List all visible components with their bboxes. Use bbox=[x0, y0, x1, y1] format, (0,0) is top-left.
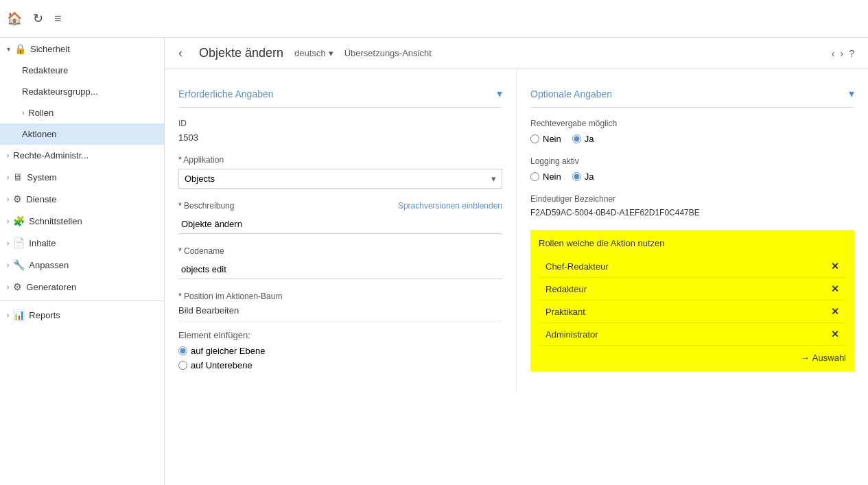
optional-section-header: Optionale Angaben ▾ bbox=[530, 80, 854, 108]
chevron-right-icon: › bbox=[7, 283, 9, 291]
logging-nein-radio[interactable] bbox=[530, 172, 539, 181]
back-arrow-icon[interactable]: ‹ bbox=[178, 46, 183, 60]
sidebar-item-dienste[interactable]: › ⚙ Dienste bbox=[0, 188, 164, 210]
chevron-right-icon: › bbox=[7, 239, 9, 247]
codename-input[interactable] bbox=[178, 260, 502, 279]
sidebar-item-sicherheit[interactable]: ▾ 🔒 Sicherheit bbox=[0, 38, 164, 60]
auswahl-button[interactable]: → Auswahl bbox=[801, 353, 846, 363]
required-section-chevron[interactable]: ▾ bbox=[497, 87, 502, 100]
sidebar-item-inhalte[interactable]: › 📄 Inhalte bbox=[0, 232, 164, 254]
rechtevergabe-ja-label: Ja bbox=[585, 134, 594, 144]
same-level-radio[interactable] bbox=[178, 346, 187, 355]
logging-label: Logging aktiv bbox=[530, 156, 854, 166]
sidebar-item-system[interactable]: › 🖥 System bbox=[0, 166, 164, 188]
chevron-right-icon: › bbox=[7, 196, 9, 203]
application-select[interactable]: Objects System Reports bbox=[179, 169, 502, 188]
rechtevergabe-label: Rechtevergabe möglich bbox=[530, 119, 854, 128]
language-dropdown-icon: ▾ bbox=[329, 48, 333, 58]
auswahl-label: Auswahl bbox=[812, 353, 846, 363]
sidebar-item-aktionen[interactable]: Aktionen bbox=[0, 123, 164, 145]
sidebar-item-redakteure[interactable]: Redakteure bbox=[0, 60, 164, 81]
sidebar-item-schnittstellen[interactable]: › 🧩 Schnittstellen bbox=[0, 210, 164, 232]
description-label: Beschreibung bbox=[178, 201, 234, 211]
remove-praktikant-button[interactable]: ✕ bbox=[831, 306, 839, 317]
sidebar-item-redakteursgrup[interactable]: Redakteursgrupp... bbox=[0, 81, 164, 102]
optional-section-chevron[interactable]: ▾ bbox=[849, 87, 854, 100]
sprachversionen-link[interactable]: Sprachversionen einblenden bbox=[398, 201, 502, 211]
schnittstellen-icon: 🧩 bbox=[13, 215, 25, 226]
chevron-right-icon: › bbox=[7, 152, 9, 159]
sidebar-item-label: Anpassen bbox=[29, 260, 69, 270]
refresh-icon[interactable]: ↻ bbox=[33, 11, 43, 26]
sidebar-item-generatoren[interactable]: › ⚙ Generatoren bbox=[0, 276, 164, 298]
rechtevergabe-ja-radio[interactable] bbox=[572, 134, 581, 143]
logging-ja-item[interactable]: Ja bbox=[572, 171, 594, 182]
translation-label: Übersetzungs-Ansicht bbox=[344, 48, 432, 58]
nav-arrows: ‹ › ? bbox=[832, 48, 854, 59]
role-item-chef-redakteur: Chef-Redakteur ✕ bbox=[539, 255, 846, 278]
rechtevergabe-nein-item[interactable]: Nein bbox=[530, 134, 561, 144]
sub-level-radio-item[interactable]: auf Unterebene bbox=[178, 360, 253, 370]
rechtevergabe-nein-radio[interactable] bbox=[530, 134, 539, 143]
remove-redakteur-button[interactable]: ✕ bbox=[831, 283, 839, 294]
reports-icon: 📊 bbox=[13, 309, 25, 320]
application-select-wrapper: Objects System Reports ▾ bbox=[178, 169, 502, 189]
role-name: Praktikant bbox=[546, 307, 585, 317]
sidebar-item-label: Redakteursgrupp... bbox=[22, 86, 98, 97]
topbar: 🏠 ↻ ≡ bbox=[0, 0, 868, 38]
role-name: Chef-Redakteur bbox=[546, 261, 609, 272]
anpassen-icon: 🔧 bbox=[13, 259, 25, 270]
sidebar-item-label: Rollen bbox=[28, 108, 54, 118]
rechtevergabe-ja-item[interactable]: Ja bbox=[572, 134, 594, 144]
chevron-down-icon: ▾ bbox=[7, 45, 10, 53]
sidebar-item-label: Dienste bbox=[26, 194, 56, 204]
remove-administrator-button[interactable]: ✕ bbox=[831, 329, 839, 340]
nav-next-button[interactable]: › bbox=[841, 48, 844, 59]
sidebar-item-label: Schnittstellen bbox=[29, 216, 82, 226]
same-level-label: auf gleicher Ebene bbox=[191, 346, 265, 356]
sidebar-item-label: Aktionen bbox=[22, 129, 57, 139]
logging-nein-item[interactable]: Nein bbox=[530, 171, 561, 182]
sidebar-item-label: Reports bbox=[29, 310, 60, 320]
same-level-radio-group: auf gleicher Ebene bbox=[178, 346, 502, 356]
inhalte-icon: 📄 bbox=[13, 237, 25, 248]
sidebar-item-rollen[interactable]: › Rollen bbox=[0, 102, 164, 123]
home-icon[interactable]: 🏠 bbox=[7, 11, 22, 26]
sidebar-item-rechte-admin[interactable]: › Rechte-Administr... bbox=[0, 145, 164, 166]
id-field-group: ID 1503 bbox=[178, 119, 502, 143]
page-title: Objekte ändern bbox=[199, 46, 283, 60]
codename-field-group: Codename bbox=[178, 246, 502, 279]
system-icon: 🖥 bbox=[13, 171, 23, 182]
chevron-right-icon: › bbox=[7, 311, 9, 319]
role-item-redakteur: Redakteur ✕ bbox=[539, 278, 846, 300]
sidebar-item-label: Rechte-Administr... bbox=[13, 150, 89, 161]
identifier-label: Eindeutiger Bezeichner bbox=[530, 194, 854, 204]
chevron-right-icon: › bbox=[7, 174, 9, 181]
language-selector[interactable]: deutsch ▾ bbox=[294, 48, 333, 58]
position-field-group: Position im Aktionen-Baum Bild Bearbeite… bbox=[178, 292, 502, 370]
logging-ja-radio[interactable] bbox=[572, 172, 581, 181]
description-input[interactable] bbox=[178, 215, 502, 234]
optional-section-title: Optionale Angaben bbox=[530, 88, 612, 99]
application-label: Applikation bbox=[178, 155, 502, 165]
form-body: Erforderliche Angaben ▾ ID 1503 Applikat… bbox=[165, 69, 868, 394]
role-item-administrator: Administrator ✕ bbox=[539, 323, 846, 346]
position-value: Bild Bearbeiten bbox=[178, 305, 502, 322]
nav-prev-button[interactable]: ‹ bbox=[832, 48, 835, 59]
remove-chef-redakteur-button[interactable]: ✕ bbox=[831, 261, 839, 272]
logging-ja-label: Ja bbox=[585, 171, 594, 182]
lock-icon: 🔒 bbox=[14, 43, 26, 54]
sidebar-item-label: Redakteure bbox=[22, 65, 68, 75]
element-insert-section: Element einfügen: auf gleicher Ebene auf… bbox=[178, 330, 502, 370]
sidebar-item-anpassen[interactable]: › 🔧 Anpassen bbox=[0, 254, 164, 276]
same-level-radio-item[interactable]: auf gleicher Ebene bbox=[178, 346, 265, 356]
sidebar: ▾ 🔒 Sicherheit Redakteure Redakteursgrup… bbox=[0, 38, 165, 485]
menu-icon[interactable]: ≡ bbox=[54, 12, 62, 26]
sub-level-radio-group: auf Unterebene bbox=[178, 360, 502, 370]
sidebar-item-reports[interactable]: › 📊 Reports bbox=[0, 304, 164, 326]
role-item-praktikant: Praktikant ✕ bbox=[539, 300, 846, 323]
rechtevergabe-nein-label: Nein bbox=[543, 134, 561, 144]
generatoren-icon: ⚙ bbox=[13, 281, 22, 292]
help-button[interactable]: ? bbox=[849, 48, 854, 59]
sub-level-radio[interactable] bbox=[178, 361, 187, 370]
